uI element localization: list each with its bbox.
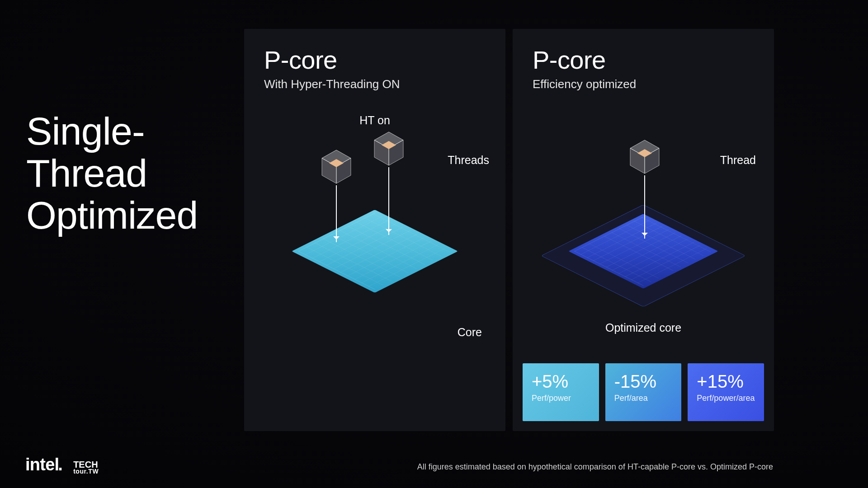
metric-value: +5% — [532, 371, 590, 392]
title-line-1: Single- — [26, 109, 145, 153]
arrow-down-icon — [388, 167, 389, 235]
slide-title: Single- Thread Optimized — [26, 110, 198, 236]
thread-cube-icon — [373, 130, 405, 167]
metric-label: Perf/power/area — [697, 394, 755, 403]
title-line-3: Optimized — [26, 193, 198, 237]
label-thread: Thread — [720, 154, 756, 167]
metric-value: -15% — [614, 371, 673, 392]
title-line-2: Thread — [26, 151, 147, 195]
label-core: Core — [458, 326, 482, 339]
intel-logo-icon: intel — [25, 455, 66, 474]
metric-label: Perf/area — [614, 394, 673, 403]
metric-tile: +15% Perf/power/area — [688, 363, 764, 421]
core-die-icon — [289, 165, 461, 337]
metric-tile: +5% Perf/power — [523, 363, 599, 421]
panel-subheading: With Hyper-Threading ON — [264, 77, 486, 91]
disclaimer-text: All figures estimated based on hypotheti… — [417, 462, 773, 472]
tech-tour-logo-icon: TECH tour.TW — [73, 460, 99, 474]
metric-tile: -15% Perf/area — [605, 363, 682, 421]
metrics-row: +5% Perf/power -15% Perf/area +15% Perf/… — [513, 363, 774, 431]
metric-label: Perf/power — [532, 394, 590, 403]
thread-cube-icon — [320, 148, 353, 185]
panel-subheading: Efficiency optimized — [533, 77, 754, 91]
panel-pcore-optimized: P-core Efficiency optimized Thread Optim… — [513, 29, 774, 431]
core-die-icon — [566, 174, 721, 328]
arrow-down-icon — [336, 185, 337, 242]
panel-pcore-ht-on: P-core With Hyper-Threading ON HT on Thr… — [244, 29, 505, 431]
metric-value: +15% — [697, 371, 755, 392]
thread-cube-icon — [628, 138, 661, 175]
tech-tour-bottom: tour.TW — [73, 469, 99, 474]
diagram-optimized: Thread Optimized core — [513, 115, 774, 350]
label-ht-on: HT on — [359, 114, 390, 127]
panel-heading: P-core — [533, 45, 754, 75]
brand-footer: intel TECH tour.TW — [25, 455, 99, 474]
diagram-ht-on: HT on Threads Core — [244, 115, 505, 350]
panel-heading: P-core — [264, 45, 486, 75]
arrow-down-icon — [644, 175, 645, 239]
